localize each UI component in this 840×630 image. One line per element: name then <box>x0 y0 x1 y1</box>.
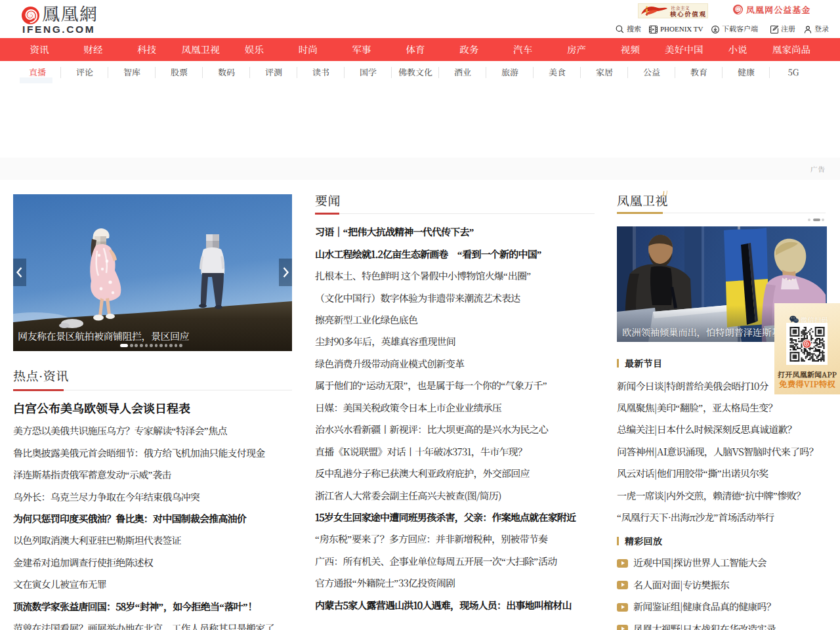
svg-text:核心价值观: 核心价值观 <box>669 9 705 18</box>
